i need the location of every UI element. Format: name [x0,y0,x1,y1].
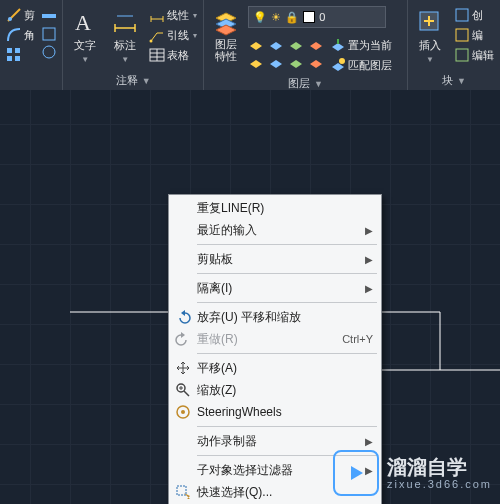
panel-annotation: A 文字 ▼ 标注 ▼ 线性▾ 引线▾ 表格 注释▼ [63,0,204,92]
layer-properties-button[interactable]: 图层特性 [208,6,244,64]
menu-item-3[interactable]: 剪贴板▶ [169,248,381,270]
svg-point-23 [181,410,185,414]
text-button[interactable]: A 文字 ▼ [67,6,103,66]
trim-button[interactable]: 剪 [4,6,37,24]
pan-icon [169,360,197,376]
menu-item-12[interactable]: SteeringWheels [169,401,381,423]
layer-ic-6[interactable] [268,54,284,70]
menu-separator [197,353,377,354]
set-current-icon [330,37,346,53]
layer-combo[interactable]: 💡 ☀ 🔒 0 [248,6,386,28]
svg-point-7 [43,46,55,58]
zoom-icon [169,382,197,398]
menu-item-label: 缩放(Z) [197,382,373,399]
array-icon [6,47,22,63]
menu-item-label: 重复LINE(R) [197,200,373,217]
layer-ic-7[interactable] [288,54,304,70]
svg-rect-5 [42,14,56,18]
menu-shortcut: Ctrl+Y [342,333,373,345]
submenu-arrow-icon: ▶ [365,436,373,447]
table-button[interactable]: 表格 [147,46,199,64]
chevron-down-icon: ▼ [314,79,323,89]
menu-separator [197,426,377,427]
dimension-icon [111,8,139,36]
layer-ic-3[interactable] [288,36,304,52]
submenu-arrow-icon: ▶ [365,254,373,265]
canvas[interactable]: 重复LINE(R)最近的输入▶剪贴板▶隔离(I)▶放弃(U) 平移和缩放重做(R… [0,90,500,504]
array-button[interactable] [4,46,37,64]
menu-item-11[interactable]: 缩放(Z) [169,379,381,401]
wheel-icon [169,404,197,420]
layer-ic-2[interactable] [268,36,284,52]
svg-point-9 [150,40,153,43]
modify-icon-3[interactable] [41,44,57,60]
submenu-arrow-icon: ▶ [365,225,373,236]
watermark-url: zixue.3d66.com [387,478,492,490]
menu-item-label: 重做(R) [197,331,336,348]
redo-icon [169,331,197,347]
match-layer-button[interactable]: 匹配图层 [328,56,394,74]
color-swatch [303,11,315,23]
block-edit-button[interactable]: 编 [452,26,496,44]
menu-item-0[interactable]: 重复LINE(R) [169,197,381,219]
menu-item-7[interactable]: 放弃(U) 平移和缩放 [169,306,381,328]
svg-rect-2 [15,48,20,53]
modify-icon-2[interactable] [41,26,57,42]
panel-annot-title[interactable]: 注释▼ [67,71,199,92]
menu-item-1[interactable]: 最近的输入▶ [169,219,381,241]
bulb-icon: 💡 [253,11,267,24]
leader-button[interactable]: 引线▾ [147,26,199,44]
insert-button[interactable]: 插入 ▼ [412,6,448,66]
menu-item-label: SteeringWheels [197,405,373,419]
svg-rect-3 [7,56,12,61]
svg-point-11 [339,58,345,64]
svg-rect-13 [456,9,468,21]
menu-item-8: 重做(R)Ctrl+Y [169,328,381,350]
undo-icon [169,309,197,325]
watermark-brand: 溜溜自学 [387,456,492,478]
trim-icon [6,7,22,23]
svg-rect-6 [43,28,55,40]
svg-rect-4 [15,56,20,61]
leader-icon [149,27,165,43]
chevron-down-icon: ▼ [142,76,151,86]
chevron-down-icon: ▼ [426,55,434,64]
modify-icon-1[interactable] [41,8,57,24]
menu-item-10[interactable]: 平移(A) [169,357,381,379]
menu-separator [197,244,377,245]
panel-modify: 剪 角 [0,0,63,92]
submenu-arrow-icon: ▶ [365,283,373,294]
svg-point-0 [8,17,12,21]
sun-icon: ☀ [271,11,281,24]
qselect-icon [169,484,197,500]
chevron-down-icon: ▼ [121,55,129,64]
watermark: 溜溜自学 zixue.3d66.com [333,450,492,496]
set-current-button[interactable]: 置为当前 [328,36,394,54]
match-layer-icon [330,57,346,73]
layer-ic-8[interactable] [308,54,324,70]
panel-layer: 图层特性 💡 ☀ 🔒 0 [204,0,408,92]
layer-ic-1[interactable] [248,36,264,52]
svg-text:A: A [75,10,91,35]
panel-block-title[interactable]: 块▼ [412,71,496,92]
block-edit-icon [454,27,470,43]
svg-rect-15 [456,49,468,61]
menu-item-label: 隔离(I) [197,280,365,297]
menu-item-14[interactable]: 动作录制器▶ [169,430,381,452]
menu-item-5[interactable]: 隔离(I)▶ [169,277,381,299]
dimension-button[interactable]: 标注 ▼ [107,6,143,66]
linear-button[interactable]: 线性▾ [147,6,199,24]
block-create-button[interactable]: 创 [452,6,496,24]
fillet-icon [6,27,22,43]
menu-item-label: 放弃(U) 平移和缩放 [197,309,373,326]
layer-ic-4[interactable] [308,36,324,52]
chevron-down-icon: ▼ [457,76,466,86]
table-icon [149,47,165,63]
block-editattr-button[interactable]: 编辑 [452,46,496,64]
svg-rect-14 [456,29,468,41]
ribbon: 剪 角 A 文字 ▼ 标注 ▼ 线 [0,0,500,91]
panel-block: 插入 ▼ 创 编 编辑 块▼ [408,0,500,92]
watermark-play-icon [333,450,379,496]
layer-ic-5[interactable] [248,54,264,70]
fillet-button[interactable]: 角 [4,26,37,44]
